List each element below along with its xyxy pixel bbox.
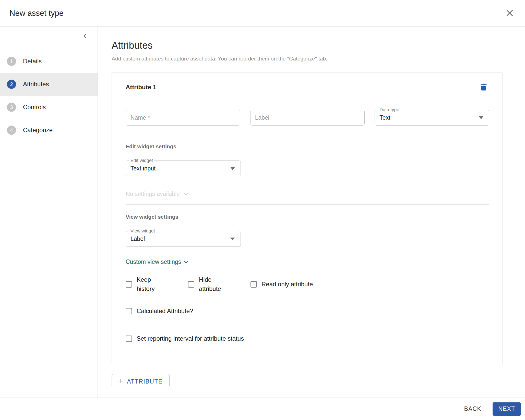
- page-title: Attributes: [112, 40, 512, 51]
- collapse-sidebar-button[interactable]: [80, 31, 90, 42]
- keep-history-checkbox-item[interactable]: Keep history: [126, 275, 188, 294]
- step-label: Categorize: [23, 127, 53, 134]
- next-button[interactable]: NEXT: [493, 402, 521, 416]
- checkbox-label: Set reporting interval for attribute sta…: [137, 334, 244, 343]
- stepper-sidebar: 1 Details 2 Attributes 3 Controls 4 Cate…: [0, 27, 98, 398]
- checkbox-label: Hide attribute: [199, 275, 228, 294]
- page-subtitle: Add custom attributes to capture asset d…: [112, 56, 512, 62]
- step-list: 1 Details 2 Attributes 3 Controls 4 Cate…: [0, 46, 98, 142]
- modal-body: 1 Details 2 Attributes 3 Controls 4 Cate…: [0, 27, 525, 398]
- view-widget-settings-heading: View widget settings: [126, 214, 489, 220]
- checkbox-label: Read only attribute: [261, 280, 313, 289]
- custom-view-settings-toggle[interactable]: Custom view settings: [126, 258, 189, 265]
- caret-down-icon: [479, 116, 483, 119]
- caret-down-icon: [230, 167, 235, 170]
- no-settings-text: No settings available: [126, 191, 180, 197]
- view-widget-value: Label: [130, 236, 145, 242]
- checkbox-label: Calculated Attribute?: [137, 306, 193, 316]
- chevron-down-icon: [183, 258, 189, 265]
- sidebar-collapse-row: [0, 27, 98, 46]
- label-input[interactable]: [250, 110, 365, 126]
- read-only-attribute-checkbox-item[interactable]: Read only attribute: [250, 280, 313, 289]
- data-type-floating-label: Data type: [378, 107, 401, 112]
- modal-header: New asset type: [0, 0, 525, 27]
- chevron-left-icon: [82, 32, 89, 40]
- caret-down-icon: [230, 238, 235, 240]
- checkbox-label: Keep history: [137, 275, 165, 294]
- sidebar-item-controls[interactable]: 3 Controls: [0, 96, 98, 119]
- attribute-card: Attribute 1: [112, 72, 503, 364]
- step-label: Details: [23, 58, 42, 65]
- view-widget-floating-label: View widget: [129, 228, 157, 233]
- checkbox[interactable]: [126, 308, 132, 314]
- chevron-down-icon: [183, 191, 189, 197]
- sidebar-item-attributes[interactable]: 2 Attributes: [0, 73, 98, 96]
- add-attribute-label: ATTRIBUTE: [127, 378, 163, 385]
- hide-attribute-checkbox-item[interactable]: Hide attribute: [188, 275, 250, 294]
- edit-widget-settings-heading: Edit widget settings: [126, 143, 489, 150]
- step-label: Attributes: [23, 81, 49, 88]
- main-scroll-area: Attributes Add custom attributes to capt…: [98, 27, 525, 386]
- data-type-select[interactable]: Data type Text: [375, 110, 489, 126]
- checkbox[interactable]: [126, 281, 132, 288]
- back-button[interactable]: BACK: [460, 402, 486, 415]
- edit-widget-floating-label: Edit widget: [129, 158, 154, 163]
- checkbox[interactable]: [250, 281, 257, 288]
- close-button[interactable]: [504, 8, 515, 19]
- modal-title: New asset type: [9, 9, 64, 18]
- checkbox[interactable]: [188, 281, 194, 288]
- custom-view-settings-label: Custom view settings: [126, 258, 181, 265]
- name-input[interactable]: [126, 110, 240, 126]
- step-label: Controls: [23, 104, 46, 111]
- view-widget-select[interactable]: View widget Label: [126, 231, 241, 247]
- main-content: Attributes Add custom attributes to capt…: [98, 27, 525, 398]
- step-number-badge: 2: [7, 80, 16, 89]
- edit-widget-select[interactable]: Edit widget Text input: [126, 160, 241, 176]
- trash-icon: [479, 83, 488, 92]
- close-icon: [505, 8, 514, 18]
- divider: [126, 133, 489, 133]
- delete-attribute-button[interactable]: [478, 82, 489, 93]
- add-attribute-button[interactable]: + ATTRIBUTE: [112, 374, 170, 386]
- sidebar-item-details[interactable]: 1 Details: [0, 50, 98, 73]
- plus-icon: +: [118, 377, 123, 386]
- edit-widget-value: Text input: [130, 165, 156, 172]
- checkbox[interactable]: [126, 336, 132, 342]
- calculated-attribute-checkbox-item[interactable]: Calculated Attribute?: [126, 306, 193, 316]
- divider: [126, 204, 489, 205]
- step-number-badge: 4: [7, 126, 16, 135]
- attribute-card-title: Attribute 1: [126, 82, 156, 91]
- step-number-badge: 3: [7, 103, 16, 112]
- modal-footer: BACK NEXT: [0, 398, 525, 420]
- data-type-value: Text: [379, 114, 390, 121]
- step-number-badge: 1: [7, 57, 16, 66]
- reporting-interval-checkbox-item[interactable]: Set reporting interval for attribute sta…: [126, 334, 244, 343]
- sidebar-item-categorize[interactable]: 4 Categorize: [0, 119, 98, 142]
- no-settings-disclosure: No settings available: [126, 191, 489, 197]
